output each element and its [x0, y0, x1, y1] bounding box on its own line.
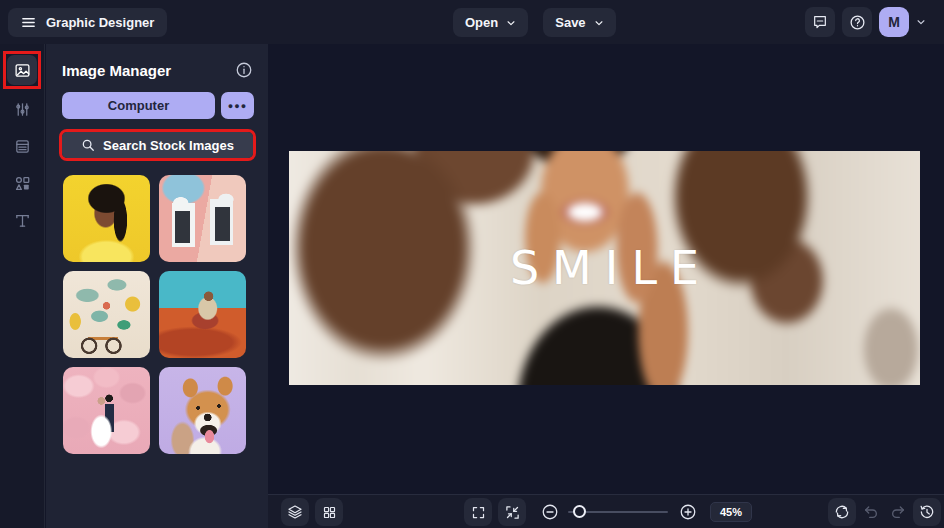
- stock-image-thumbnail[interactable]: [159, 175, 246, 262]
- collapse-arrows-icon: [505, 505, 520, 520]
- comment-icon: [812, 14, 828, 30]
- graphic-designer-app: Graphic Designer Open Save: [0, 0, 944, 528]
- fullscreen-button[interactable]: [464, 498, 492, 526]
- template-card-icon: [14, 138, 31, 155]
- grid-icon: [322, 505, 337, 520]
- history-button[interactable]: [913, 498, 941, 526]
- top-bar: Graphic Designer Open Save: [0, 0, 944, 44]
- app-title: Graphic Designer: [46, 15, 154, 30]
- file-actions: Open Save: [453, 8, 616, 37]
- user-avatar[interactable]: M: [879, 7, 909, 37]
- sidebar-item-text[interactable]: [7, 205, 37, 235]
- save-button[interactable]: Save: [543, 8, 615, 37]
- refresh-canvas-button[interactable]: [828, 498, 856, 526]
- zoom-slider[interactable]: [568, 511, 668, 513]
- main-menu-button[interactable]: Graphic Designer: [8, 8, 167, 37]
- stock-image-thumbnail[interactable]: [63, 175, 150, 262]
- image-icon: [14, 62, 31, 79]
- shapes-icon: [14, 175, 31, 192]
- help-button[interactable]: [842, 7, 872, 37]
- open-button[interactable]: Open: [453, 8, 528, 37]
- stock-image-thumbnail[interactable]: [63, 271, 150, 358]
- red-annotation-box-image-tool: [3, 51, 41, 89]
- zoom-slider-handle[interactable]: [573, 505, 586, 518]
- stock-image-grid: [46, 161, 268, 454]
- undo-icon: [863, 504, 879, 520]
- redo-button[interactable]: [886, 498, 910, 526]
- layers-button[interactable]: [281, 498, 309, 526]
- computer-upload-button[interactable]: Computer: [62, 92, 215, 119]
- question-mark-icon: [849, 14, 866, 31]
- chevron-down-icon: [594, 18, 604, 28]
- undo-button[interactable]: [859, 498, 883, 526]
- hamburger-menu-icon: [21, 15, 36, 30]
- tool-rail: [0, 44, 45, 528]
- zoom-out-button[interactable]: [538, 498, 562, 526]
- minus-circle-icon: [541, 503, 559, 521]
- search-stock-images-input[interactable]: Search Stock Images: [62, 132, 253, 158]
- history-clock-icon: [919, 504, 935, 520]
- canvas-design-smile-banner[interactable]: SMILE: [289, 151, 920, 385]
- fullscreen-icon: [471, 505, 486, 520]
- stock-image-thumbnail[interactable]: [63, 367, 150, 454]
- sidebar-item-templates[interactable]: [7, 131, 37, 161]
- panel-title: Image Manager: [62, 62, 171, 79]
- image-manager-panel: Image Manager Computer ●●● Search Stock …: [46, 44, 268, 528]
- pages-grid-button[interactable]: [315, 498, 343, 526]
- search-label: Search Stock Images: [103, 138, 234, 153]
- account-chevron-down-icon[interactable]: [916, 17, 926, 27]
- info-icon[interactable]: [235, 61, 253, 79]
- stock-image-thumbnail[interactable]: [159, 271, 246, 358]
- zoom-level-field[interactable]: 45%: [710, 502, 752, 522]
- search-icon: [81, 138, 95, 152]
- stock-image-thumbnail[interactable]: [159, 367, 246, 454]
- zoom-in-button[interactable]: [676, 498, 700, 526]
- sidebar-item-edit[interactable]: [7, 94, 37, 124]
- design-text-layer[interactable]: SMILE: [289, 151, 920, 385]
- plus-circle-icon: [679, 503, 697, 521]
- bottom-toolbar: 45%: [268, 494, 944, 528]
- top-bar-right: M: [805, 7, 926, 37]
- text-tool-icon: [14, 212, 31, 229]
- fit-to-screen-button[interactable]: [498, 498, 526, 526]
- feedback-button[interactable]: [805, 7, 835, 37]
- more-sources-button[interactable]: ●●●: [221, 92, 254, 119]
- chevron-down-icon: [506, 18, 516, 28]
- red-annotation-box-search: Search Stock Images: [59, 129, 256, 161]
- sidebar-item-image-manager[interactable]: [7, 55, 37, 85]
- sliders-icon: [14, 101, 31, 118]
- refresh-icon: [834, 504, 850, 520]
- redo-icon: [890, 504, 906, 520]
- layers-icon: [287, 504, 303, 520]
- sidebar-item-graphics[interactable]: [7, 168, 37, 198]
